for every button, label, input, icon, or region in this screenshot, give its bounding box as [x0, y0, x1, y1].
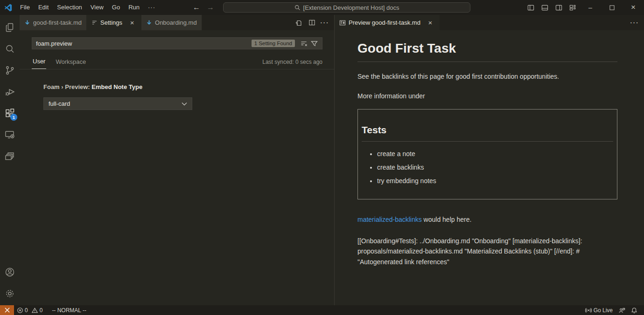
error-icon — [17, 307, 23, 314]
editor-group-left: good-first-task.md Settings × Onboarding… — [20, 15, 335, 305]
tab-close-icon[interactable]: × — [426, 19, 434, 27]
sidebar-item-extensions[interactable]: 1 — [0, 103, 20, 124]
files-icon — [4, 22, 15, 33]
close-icon[interactable]: × — [623, 0, 644, 15]
sidebar-item-run-debug[interactable] — [0, 81, 20, 103]
accounts-button[interactable] — [0, 261, 20, 283]
setting-embed-note-type: Foam › Preview: Embed Note Type full-car… — [43, 83, 322, 110]
scope-tab-user[interactable]: User — [32, 55, 46, 69]
setting-name: Embed Note Type — [91, 83, 142, 90]
history-navigation: ← → — [189, 3, 217, 12]
settings-scope-bar: User Workspace Last synced: 0 secs ago — [20, 55, 334, 69]
tab-good-first-task[interactable]: good-first-task.md — [20, 15, 87, 30]
command-center-label: [Extension Development Host] docs — [303, 4, 399, 11]
open-settings-json-icon[interactable] — [293, 17, 304, 28]
embed-list: create a note create backlinks try embed… — [362, 149, 613, 186]
customize-layout-icon[interactable] — [566, 0, 580, 15]
bell-icon — [631, 307, 637, 314]
go-live-label: Go Live — [594, 307, 613, 314]
sidebar-item-windows[interactable] — [0, 145, 20, 167]
list-item: create backlinks — [377, 163, 613, 172]
markdown-preview[interactable]: Good First Task See the backlinks of thi… — [335, 30, 644, 305]
error-count: 0 — [25, 307, 28, 314]
menu-go[interactable]: Go — [108, 0, 124, 15]
embed-note-type-select[interactable]: full-card — [43, 97, 192, 110]
minimize-icon[interactable]: – — [580, 0, 601, 15]
maximize-icon[interactable] — [601, 0, 623, 15]
preview-paragraph: materialized-backlinks would help here. — [357, 215, 617, 225]
setting-title: Foam › Preview: Embed Note Type — [43, 83, 322, 90]
editor-group-right: Preview good-first-task.md × ··· Good Fi… — [335, 15, 644, 305]
settings-count-badge: 1 Setting Found — [252, 40, 295, 47]
remote-indicator[interactable] — [0, 305, 14, 315]
sidebar-item-search[interactable] — [0, 38, 20, 60]
activity-bar-bottom — [0, 261, 20, 305]
tab-label: good-first-task.md — [33, 19, 82, 26]
tab-close-icon[interactable]: × — [128, 19, 136, 27]
embed-title: Tests — [362, 123, 613, 142]
setting-category: Foam › Preview: — [43, 83, 91, 90]
toggle-sidebar-icon[interactable] — [524, 0, 538, 15]
open-preview-icon — [339, 20, 346, 26]
last-synced-label: Last synced: 0 secs ago — [262, 59, 322, 69]
account-icon — [4, 267, 15, 278]
warning-icon — [31, 307, 38, 314]
menubar: File Edit Selection View Go Run ··· — [16, 0, 160, 15]
markdown-icon — [146, 20, 152, 26]
preview-title: Good First Task — [357, 39, 617, 62]
remote-icon — [4, 307, 10, 313]
forward-arrow-icon[interactable]: → — [203, 3, 217, 12]
menu-edit[interactable]: Edit — [34, 0, 53, 15]
back-arrow-icon[interactable]: ← — [189, 3, 203, 12]
tab-label: Preview good-first-task.md — [349, 19, 420, 26]
tab-label: Settings — [100, 19, 122, 26]
extensions-badge: 1 — [10, 114, 17, 121]
left-tabstrip: good-first-task.md Settings × Onboarding… — [20, 15, 334, 30]
split-editor-icon[interactable] — [306, 17, 317, 28]
chevron-down-icon — [182, 102, 187, 106]
toggle-panel-icon[interactable] — [538, 0, 552, 15]
sidebar-item-explorer[interactable] — [0, 17, 20, 38]
markdown-icon — [24, 20, 30, 26]
feedback-button[interactable] — [616, 305, 628, 315]
menu-run[interactable]: Run — [124, 0, 144, 15]
more-actions-icon[interactable]: ··· — [629, 17, 640, 28]
search-icon — [4, 43, 15, 55]
toggle-secondary-sidebar-icon[interactable] — [552, 0, 566, 15]
layers-icon — [4, 151, 15, 162]
notifications-button[interactable] — [628, 305, 640, 315]
clear-search-filters-icon[interactable] — [299, 38, 309, 48]
manage-button[interactable] — [0, 283, 20, 304]
menu-more[interactable]: ··· — [144, 0, 160, 15]
link-suffix-text: would help here. — [422, 216, 472, 223]
titlebar: File Edit Selection View Go Run ··· ← → … — [0, 0, 644, 15]
go-live-button[interactable]: Go Live — [582, 305, 616, 315]
preview-paragraph: More information under — [357, 91, 617, 101]
tab-preview-good-first-task[interactable]: Preview good-first-task.md × — [335, 15, 440, 30]
vim-mode-status[interactable]: -- NORMAL -- — [49, 305, 89, 315]
materialized-backlinks-link[interactable]: materialized-backlinks — [357, 216, 422, 223]
window-controls: – × — [580, 0, 644, 15]
menu-file[interactable]: File — [16, 0, 34, 15]
settings-search-input[interactable] — [36, 40, 252, 47]
command-center-search[interactable]: [Extension Development Host] docs — [223, 2, 470, 13]
status-bar: 0 0 -- NORMAL -- Go Live — [0, 305, 644, 315]
settings-editor: 1 Setting Found User Workspace Last sync… — [20, 30, 334, 305]
status-bar-right: Go Live — [582, 305, 644, 315]
scope-tab-workspace[interactable]: Workspace — [55, 55, 87, 69]
filter-settings-icon[interactable] — [309, 38, 319, 48]
link-references-text: [[Onboarding#Tests]: ../Onboarding.md "O… — [357, 236, 617, 267]
menu-view[interactable]: View — [86, 0, 108, 15]
list-item: create a note — [377, 149, 613, 159]
sidebar-item-source-control[interactable] — [0, 60, 20, 81]
tab-label: Onboarding.md — [155, 19, 197, 26]
left-editor-actions: ··· — [293, 15, 334, 30]
tab-settings[interactable]: Settings × — [87, 15, 141, 30]
tab-onboarding[interactable]: Onboarding.md — [141, 15, 202, 30]
sidebar-item-remote-explorer[interactable] — [0, 124, 20, 145]
vscode-window: File Edit Selection View Go Run ··· ← → … — [0, 0, 644, 315]
more-actions-icon[interactable]: ··· — [319, 17, 330, 28]
menu-selection[interactable]: Selection — [53, 0, 86, 15]
problems-status[interactable]: 0 0 — [14, 305, 45, 315]
activity-bar: 1 — [0, 15, 20, 305]
